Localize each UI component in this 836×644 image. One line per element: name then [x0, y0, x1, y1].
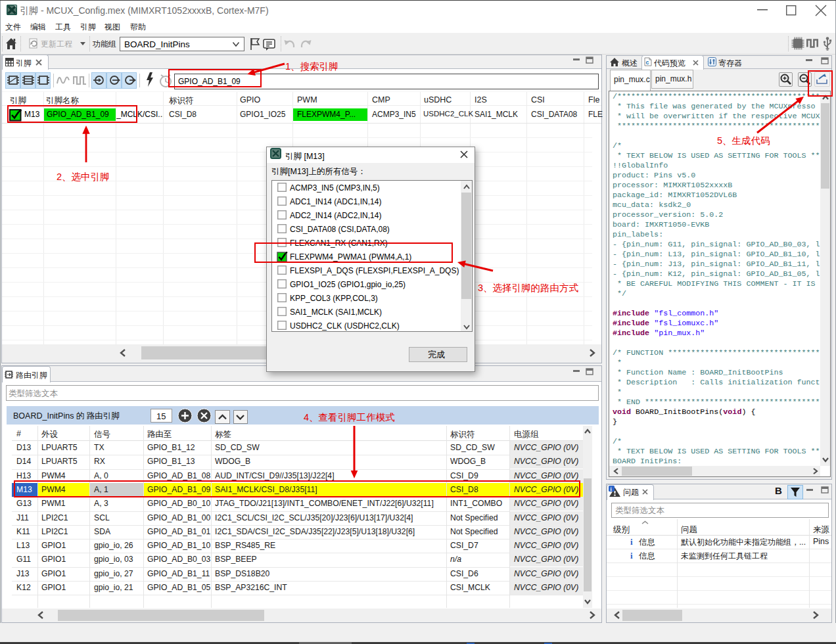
svg-text:c: c: [646, 59, 649, 66]
svg-text:i: i: [630, 537, 633, 547]
svg-text:i: i: [630, 551, 633, 561]
